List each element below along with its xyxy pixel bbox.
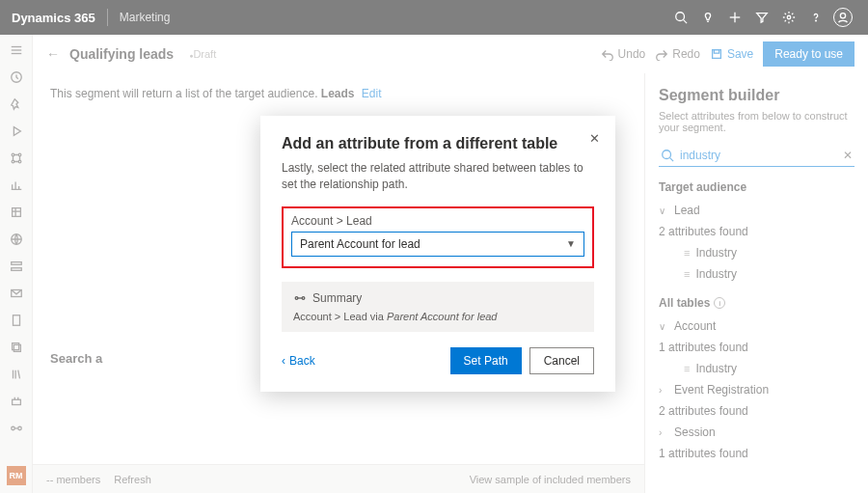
relationship-path-field: Account > Lead Parent Account for lead ▼ (282, 206, 594, 268)
add-attribute-dialog: ✕ Add an attribute from a different tabl… (260, 116, 615, 392)
relationship-select[interactable]: Parent Account for lead ▼ (291, 232, 584, 257)
summary-box: Summary Account > Lead via Parent Accoun… (282, 282, 594, 332)
cancel-button[interactable]: Cancel (529, 347, 594, 374)
dialog-title: Add an attribute from a different table (282, 135, 594, 152)
chevron-down-icon: ▼ (566, 238, 576, 249)
summary-icon (293, 291, 307, 305)
close-icon[interactable]: ✕ (589, 131, 600, 146)
path-breadcrumb: Account > Lead (291, 214, 584, 228)
dialog-back-button[interactable]: ‹Back (282, 354, 315, 368)
set-path-button[interactable]: Set Path (450, 347, 522, 374)
dialog-text: Lastly, select the related attribute sha… (282, 160, 594, 193)
